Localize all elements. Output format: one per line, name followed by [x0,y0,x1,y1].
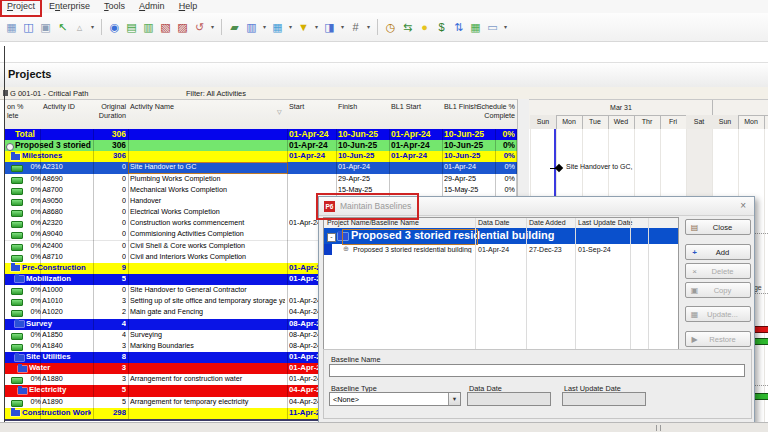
status-bar [0,422,768,432]
column-header-schedule-percent[interactable]: Schedule %Complete [458,103,515,120]
cell-fin: 01-Apr-24 [338,162,388,173]
timescale-day-5[interactable]: Fri [660,115,687,130]
caret-icon[interactable]: ▾ [89,18,96,36]
report-icon[interactable]: ▭ [485,18,500,36]
column-header-percent-complete[interactable]: on %lete [7,103,39,120]
caret-icon[interactable]: ▾ [502,18,509,36]
gantt-timescale[interactable]: Mar 31SunMonTueWedThrFriSatSunMon [529,99,768,130]
timescale-day-2[interactable]: Tue [582,115,609,130]
timescale-week-label[interactable]: Mar 31 [530,100,713,116]
name-filter-icon[interactable]: ▽ [277,108,282,117]
grid-column-2[interactable]: Date Added [529,219,566,226]
cell-fin: 29-Apr-25 [338,174,388,185]
column-header-activity-id[interactable]: Activity ID [43,103,91,112]
baseline-row[interactable]: ⊕ Proposed 3 storied residential buildin… [324,244,678,255]
annotation-dialog-title [316,193,419,220]
baseline-name-input[interactable] [329,364,745,377]
cell-percent: 0% [21,341,41,352]
cell-dur: 9 [93,263,126,274]
cell-name: Civil Shell & Core works Completion [130,241,285,252]
delete-button: ×Delete [685,263,751,279]
cell-dur: 5 [93,274,126,285]
timescale-day-4[interactable]: Thr [634,115,661,130]
baseline-data-date: 01-Apr-24 [478,246,509,253]
close-button[interactable]: ▤Close [685,219,751,235]
timescale-day-8[interactable]: Mon [738,115,765,130]
progress-spotlight-icon[interactable]: ▵ [72,18,87,36]
menu-help[interactable]: Help [172,0,205,13]
timescale-day-3[interactable]: Wed [608,115,635,130]
grid-column-1[interactable]: Data Date [478,219,510,226]
group-sort-icon[interactable]: ▰ [227,18,242,36]
cell-sc: 0% [473,129,515,140]
dialog-close-icon[interactable]: × [740,200,746,211]
columns-icon[interactable]: ▥ [244,18,259,36]
add-button[interactable]: +Add [685,244,751,260]
timescale-day-1[interactable]: Mon [556,115,583,130]
button-label: Add [701,248,744,257]
column-header-start[interactable]: Start [289,103,334,112]
gantt-chart-icon[interactable]: ▦ [270,18,285,36]
baseline-form [323,349,752,419]
level-resources-icon[interactable]: ⇆ [400,18,415,36]
toolbar: ▦◫▣↖▵▾◉▤▥▧▨↺▾▰▥▾▦▾▼▾◨▾#▾◷⇆●$⇅▦▭▾ [0,13,768,42]
filter-icon[interactable]: ▼ [296,18,311,36]
group-label: Pre-Construction [22,263,91,274]
caret-icon[interactable]: ▾ [313,18,320,36]
layout-icon[interactable]: ◨ [322,18,337,36]
resources-icon[interactable]: ⇅ [451,18,466,36]
milestone-label: Site Handover to GC, [566,163,633,170]
apply-actuals-icon[interactable]: ● [417,18,432,36]
refresh-icon[interactable]: ↺ [192,18,207,36]
timescale-day-0[interactable]: Sun [530,115,557,130]
search-icon[interactable]: ◉ [107,18,122,36]
menu-tools[interactable]: Tools [97,0,132,13]
cell-activity-id: A8710 [42,252,90,263]
column-header-activity-name[interactable]: Activity Name [130,103,280,112]
grid-column-3[interactable]: Last Update Date [578,219,632,226]
collapse-all-icon[interactable]: ▥ [141,18,156,36]
cell-percent: 0% [21,174,41,185]
select-cursor-icon[interactable]: ↖ [55,18,70,36]
cell-st: 01-Apr-24 [289,129,335,140]
cell-dur: 5 [93,397,126,408]
caret-icon[interactable]: ▾ [209,18,216,36]
caret-icon[interactable]: ▾ [339,18,346,36]
cell-percent: 0% [21,374,41,385]
column-header-original-duration[interactable]: OriginalDuration [93,103,126,120]
summarize-icon[interactable]: ▧ [158,18,173,36]
cell-name: Setting up of site office and temporary … [130,296,285,307]
baseline-type-select[interactable]: <None> ▼ [329,392,461,406]
expand-all-icon[interactable]: ▤ [124,18,139,36]
collapse-icon[interactable]: - [327,233,336,242]
activity-layout-icon[interactable]: ◫ [21,18,36,36]
caret-icon[interactable]: ▾ [365,18,372,36]
delete-icon: × [688,267,701,276]
project-row[interactable]: - Proposed 3 storied residential buildin… [324,228,678,244]
caret-icon[interactable]: ▾ [287,18,294,36]
update-button: ▦Update... [685,306,751,322]
trace-logic-icon[interactable]: ▣ [38,18,53,36]
maintain-baselines-dialog: P6 Maintain Baselines × Project Name/Bas… [318,196,755,424]
expand-icon[interactable] [6,143,14,151]
timescale-week-label[interactable] [712,100,768,116]
table-view-icon[interactable]: ▦ [4,18,19,36]
store-period-icon[interactable]: ▦ [468,18,483,36]
grid-column-0[interactable]: Project Name/Baseline Name [327,219,419,226]
menu-admin[interactable]: Admin [132,0,172,13]
rollup-icon[interactable]: ▨ [175,18,190,36]
cell-activity-id: A1000 [42,285,90,296]
column-header-finish[interactable]: Finish [338,103,388,112]
timescale-day-7[interactable]: Sun [712,115,739,130]
schedule-icon[interactable]: ◷ [383,18,398,36]
cost-icon[interactable]: $ [434,18,449,36]
caret-icon[interactable]: ▾ [261,18,268,36]
menu-enterprise[interactable]: Enterprise [42,0,97,13]
number-icon[interactable]: # [348,18,363,36]
dropdown-arrow-icon[interactable]: ▼ [448,393,460,405]
timescale-day-6[interactable]: Sat [686,115,713,130]
column-header-bl1-start[interactable]: BL1 Start [391,103,441,112]
cell-activity-id: A1840 [42,341,90,352]
day-gridline [764,129,765,423]
cell-name: Plumbing Works Completion [130,174,285,185]
